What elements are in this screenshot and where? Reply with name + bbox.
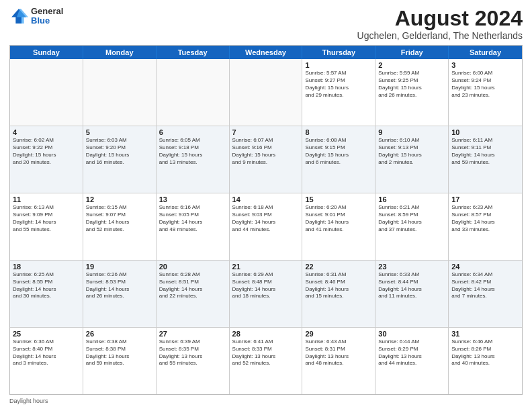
day-info: Sunrise: 6:10 AM Sunset: 9:13 PM Dayligh… [378, 137, 445, 166]
cal-cell: 30Sunrise: 6:44 AM Sunset: 8:29 PM Dayli… [375, 328, 449, 394]
day-number: 24 [451, 263, 519, 271]
day-info: Sunrise: 6:15 AM Sunset: 9:07 PM Dayligh… [86, 204, 153, 233]
cal-header-friday: Friday [375, 46, 449, 59]
day-number: 14 [232, 195, 300, 203]
day-info: Sunrise: 5:59 AM Sunset: 9:25 PM Dayligh… [378, 70, 445, 99]
day-number: 18 [13, 263, 80, 271]
cal-cell: 23Sunrise: 6:33 AM Sunset: 8:44 PM Dayli… [375, 261, 449, 327]
day-number: 17 [451, 195, 519, 203]
cal-week-2: 4Sunrise: 6:02 AM Sunset: 9:22 PM Daylig… [10, 126, 522, 193]
cal-cell: 16Sunrise: 6:21 AM Sunset: 8:59 PM Dayli… [375, 193, 449, 260]
day-info: Sunrise: 6:44 AM Sunset: 8:29 PM Dayligh… [378, 338, 445, 367]
day-number: 19 [86, 263, 153, 271]
cal-cell: 15Sunrise: 6:20 AM Sunset: 9:01 PM Dayli… [302, 193, 375, 260]
cal-cell: 26Sunrise: 6:38 AM Sunset: 8:38 PM Dayli… [83, 328, 157, 394]
cal-cell: 21Sunrise: 6:29 AM Sunset: 8:48 PM Dayli… [230, 261, 303, 327]
day-info: Sunrise: 6:13 AM Sunset: 9:09 PM Dayligh… [13, 204, 80, 233]
day-number: 9 [378, 128, 445, 136]
day-info: Sunrise: 6:26 AM Sunset: 8:53 PM Dayligh… [86, 271, 153, 300]
cal-cell: 1Sunrise: 5:57 AM Sunset: 9:27 PM Daylig… [302, 59, 375, 126]
cal-week-1: 1Sunrise: 5:57 AM Sunset: 9:27 PM Daylig… [10, 59, 522, 126]
day-number: 11 [13, 195, 80, 203]
cal-cell: 11Sunrise: 6:13 AM Sunset: 9:09 PM Dayli… [10, 193, 83, 260]
cal-cell: 27Sunrise: 6:39 AM Sunset: 8:35 PM Dayli… [157, 328, 230, 394]
cal-cell: 14Sunrise: 6:18 AM Sunset: 9:03 PM Dayli… [230, 193, 303, 260]
cal-cell [157, 59, 230, 126]
cal-cell: 12Sunrise: 6:15 AM Sunset: 9:07 PM Dayli… [83, 193, 157, 260]
cal-cell: 19Sunrise: 6:26 AM Sunset: 8:53 PM Dayli… [83, 261, 157, 327]
cal-cell: 7Sunrise: 6:07 AM Sunset: 9:16 PM Daylig… [230, 126, 303, 193]
day-number: 15 [305, 195, 372, 203]
cal-cell: 20Sunrise: 6:28 AM Sunset: 8:51 PM Dayli… [157, 261, 230, 327]
day-number: 20 [159, 263, 226, 271]
day-info: Sunrise: 6:34 AM Sunset: 8:42 PM Dayligh… [451, 271, 519, 300]
day-number: 29 [305, 330, 372, 338]
cal-cell: 31Sunrise: 6:46 AM Sunset: 8:26 PM Dayli… [449, 328, 522, 394]
day-number: 6 [159, 128, 226, 136]
day-info: Sunrise: 6:20 AM Sunset: 9:01 PM Dayligh… [305, 204, 372, 233]
cal-week-5: 25Sunrise: 6:36 AM Sunset: 8:40 PM Dayli… [10, 328, 522, 394]
logo-blue-text: Blue [31, 16, 63, 26]
day-number: 10 [451, 128, 519, 136]
day-number: 12 [86, 195, 153, 203]
cal-cell [10, 59, 83, 126]
title-block: August 2024 Ugchelen, Gelderland, The Ne… [357, 7, 523, 41]
cal-week-4: 18Sunrise: 6:25 AM Sunset: 8:55 PM Dayli… [10, 261, 522, 328]
subtitle: Ugchelen, Gelderland, The Netherlands [357, 30, 523, 41]
day-number: 16 [378, 195, 445, 203]
cal-header-monday: Monday [83, 46, 157, 59]
cal-cell [230, 59, 303, 126]
day-number: 27 [159, 330, 226, 338]
day-info: Sunrise: 6:29 AM Sunset: 8:48 PM Dayligh… [232, 271, 300, 300]
day-info: Sunrise: 6:31 AM Sunset: 8:46 PM Dayligh… [305, 271, 372, 300]
day-number: 22 [305, 263, 372, 271]
cal-cell: 8Sunrise: 6:08 AM Sunset: 9:15 PM Daylig… [302, 126, 375, 193]
day-number: 31 [451, 330, 519, 338]
header: General Blue August 2024 Ugchelen, Gelde… [9, 7, 523, 41]
cal-cell: 24Sunrise: 6:34 AM Sunset: 8:42 PM Dayli… [449, 261, 522, 327]
cal-cell: 9Sunrise: 6:10 AM Sunset: 9:13 PM Daylig… [375, 126, 449, 193]
day-info: Sunrise: 5:57 AM Sunset: 9:27 PM Dayligh… [305, 70, 372, 99]
main-title: August 2024 [357, 7, 523, 30]
day-info: Sunrise: 6:16 AM Sunset: 9:05 PM Dayligh… [159, 204, 226, 233]
day-number: 3 [451, 61, 519, 69]
day-info: Sunrise: 6:02 AM Sunset: 9:22 PM Dayligh… [13, 137, 80, 166]
logo-general-text: General [31, 7, 63, 16]
day-info: Sunrise: 6:28 AM Sunset: 8:51 PM Dayligh… [159, 271, 226, 300]
day-number: 8 [305, 128, 372, 136]
day-info: Sunrise: 6:00 AM Sunset: 9:24 PM Dayligh… [451, 70, 519, 99]
day-number: 26 [86, 330, 153, 338]
cal-cell: 10Sunrise: 6:11 AM Sunset: 9:11 PM Dayli… [449, 126, 522, 193]
day-info: Sunrise: 6:23 AM Sunset: 8:57 PM Dayligh… [451, 204, 519, 233]
cal-cell: 17Sunrise: 6:23 AM Sunset: 8:57 PM Dayli… [449, 193, 522, 260]
day-info: Sunrise: 6:07 AM Sunset: 9:16 PM Dayligh… [232, 137, 300, 166]
calendar: SundayMondayTuesdayWednesdayThursdayFrid… [9, 45, 523, 395]
cal-cell: 29Sunrise: 6:43 AM Sunset: 8:31 PM Dayli… [302, 328, 375, 394]
cal-cell: 5Sunrise: 6:03 AM Sunset: 9:20 PM Daylig… [83, 126, 157, 193]
day-number: 25 [13, 330, 80, 338]
cal-cell: 4Sunrise: 6:02 AM Sunset: 9:22 PM Daylig… [10, 126, 83, 193]
cal-header-saturday: Saturday [449, 46, 522, 59]
day-number: 5 [86, 128, 153, 136]
cal-header-sunday: Sunday [10, 46, 83, 59]
cal-cell: 3Sunrise: 6:00 AM Sunset: 9:24 PM Daylig… [449, 59, 522, 126]
cal-header-tuesday: Tuesday [157, 46, 230, 59]
day-number: 4 [13, 128, 80, 136]
day-info: Sunrise: 6:18 AM Sunset: 9:03 PM Dayligh… [232, 204, 300, 233]
logo-text: General Blue [31, 7, 63, 26]
cal-cell: 18Sunrise: 6:25 AM Sunset: 8:55 PM Dayli… [10, 261, 83, 327]
day-info: Sunrise: 6:38 AM Sunset: 8:38 PM Dayligh… [86, 338, 153, 367]
day-info: Sunrise: 6:08 AM Sunset: 9:15 PM Dayligh… [305, 137, 372, 166]
day-number: 30 [378, 330, 445, 338]
day-info: Sunrise: 6:21 AM Sunset: 8:59 PM Dayligh… [378, 204, 445, 233]
day-info: Sunrise: 6:11 AM Sunset: 9:11 PM Dayligh… [451, 137, 519, 166]
cal-cell: 28Sunrise: 6:41 AM Sunset: 8:33 PM Dayli… [230, 328, 303, 394]
page: General Blue August 2024 Ugchelen, Gelde… [0, 0, 532, 411]
cal-cell: 6Sunrise: 6:05 AM Sunset: 9:18 PM Daylig… [157, 126, 230, 193]
day-number: 13 [159, 195, 226, 203]
day-number: 2 [378, 61, 445, 69]
day-info: Sunrise: 6:36 AM Sunset: 8:40 PM Dayligh… [13, 338, 80, 367]
day-info: Sunrise: 6:25 AM Sunset: 8:55 PM Dayligh… [13, 271, 80, 300]
calendar-body: 1Sunrise: 5:57 AM Sunset: 9:27 PM Daylig… [10, 59, 522, 394]
day-info: Sunrise: 6:39 AM Sunset: 8:35 PM Dayligh… [159, 338, 226, 367]
